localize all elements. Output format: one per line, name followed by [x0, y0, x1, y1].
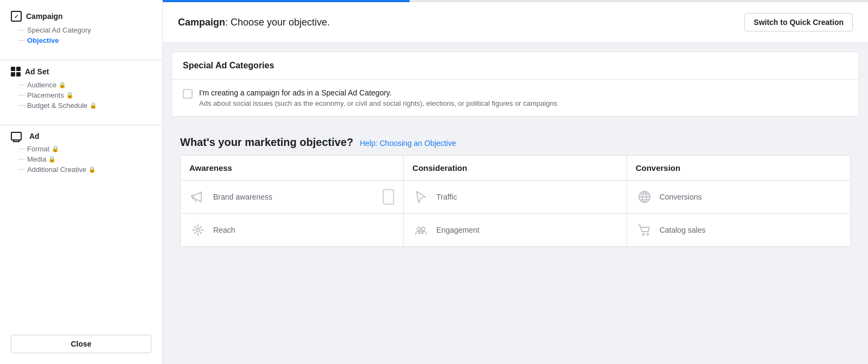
sidebar-item-label: Audience — [27, 81, 56, 89]
sidebar-adset-group: Ad Set — [11, 67, 151, 76]
sidebar-adset-section: Ad Set Audience 🔒 Placements 🔒 Budget & … — [0, 67, 162, 118]
svg-point-15 — [647, 234, 648, 235]
lock-icon: 🔒 — [52, 145, 59, 152]
sidebar-item-label: Placements — [27, 91, 64, 99]
svg-point-11 — [422, 227, 425, 231]
main-content: Campaign: Choose your objective. Switch … — [163, 0, 868, 364]
campaign-header: Campaign: Choose your objective. Switch … — [163, 2, 868, 43]
svg-point-10 — [417, 227, 420, 231]
page-title-rest: : Choose your objective. — [225, 17, 330, 28]
adset-icon — [11, 67, 21, 76]
svg-point-14 — [642, 234, 644, 235]
special-ad-categories-body: I'm creating a campaign for ads in a Spe… — [172, 80, 859, 116]
lock-icon: 🔒 — [59, 81, 66, 88]
objective-grid: Awareness Brand awareness — [180, 155, 851, 247]
special-ad-text: I'm creating a campaign for ads in a Spe… — [199, 88, 557, 107]
cursor-icon — [412, 188, 430, 206]
objective-item-brand-awareness[interactable]: Brand awareness — [181, 181, 403, 214]
objective-col-awareness: Awareness Brand awareness — [181, 156, 404, 246]
svg-line-6 — [195, 227, 196, 228]
conversion-header: Conversion — [627, 156, 850, 181]
lock-icon: 🔒 — [66, 92, 74, 99]
sidebar-adset-label: Ad Set — [25, 67, 49, 76]
sidebar-campaign-label: Campaign — [26, 12, 63, 21]
cart-icon — [636, 221, 653, 239]
special-ad-categories-title: Special Ad Categories — [183, 61, 274, 70]
objective-item-engagement[interactable]: Engagement — [404, 214, 626, 246]
awareness-header: Awareness — [181, 156, 403, 181]
sidebar: ✓ Campaign Special Ad Category Objective… — [0, 0, 163, 364]
sidebar-item-special-ad-category[interactable]: Special Ad Category — [11, 26, 151, 34]
objective-question: What's your marketing objective? — [180, 136, 353, 148]
tree-line — [18, 40, 25, 41]
objective-item-catalog-sales[interactable]: Catalog sales — [627, 214, 850, 246]
lock-icon: 🔒 — [48, 156, 56, 163]
reach-label: Reach — [213, 226, 235, 234]
help-link[interactable]: Help: Choosing an Objective — [360, 139, 456, 148]
sidebar-item-audience[interactable]: Audience 🔒 — [11, 81, 151, 89]
tree-line — [18, 30, 25, 30]
ad-icon — [11, 132, 22, 141]
svg-line-7 — [200, 232, 202, 234]
sidebar-divider-2 — [0, 125, 162, 125]
checkbox-sub-text: Ads about social issues (such as the eco… — [199, 99, 557, 107]
consideration-header: Consideration — [404, 156, 626, 181]
phone-outline-icon — [382, 189, 394, 205]
lock-icon: 🔒 — [88, 166, 96, 173]
page-title-bold: Campaign — [178, 17, 225, 28]
objective-col-consideration: Consideration Traffic — [404, 156, 627, 246]
objective-section: What's your marketing objective? Help: C… — [171, 125, 859, 251]
sidebar-campaign-group: ✓ Campaign — [11, 11, 151, 22]
tree-line — [18, 149, 25, 149]
objective-item-reach[interactable]: Reach — [181, 214, 403, 246]
sidebar-item-label: Budget & Schedule — [27, 101, 87, 110]
content-area: Special Ad Categories I'm creating a cam… — [163, 43, 868, 260]
sidebar-item-additional-creative[interactable]: Additional Creative 🔒 — [11, 165, 151, 174]
engagement-label: Engagement — [436, 226, 479, 234]
sidebar-item-label: Format — [27, 145, 49, 153]
svg-point-1 — [196, 228, 200, 232]
sidebar-divider-1 — [0, 60, 162, 60]
tree-line — [18, 95, 25, 95]
sidebar-item-media[interactable]: Media 🔒 — [11, 155, 151, 163]
switch-to-quick-creation-button[interactable]: Switch to Quick Creation — [744, 13, 853, 31]
tree-line — [18, 159, 25, 159]
sidebar-item-label: Special Ad Category — [27, 26, 91, 34]
sidebar-campaign-section: ✓ Campaign Special Ad Category Objective — [0, 11, 162, 53]
catalog-sales-label: Catalog sales — [660, 226, 706, 234]
sidebar-item-label: Media — [27, 155, 46, 163]
tree-line — [18, 169, 25, 170]
special-ad-categories-header: Special Ad Categories — [172, 52, 859, 80]
megaphone-icon — [189, 188, 207, 206]
brand-awareness-label: Brand awareness — [213, 193, 272, 201]
objective-col-conversion: Conversion Conversions — [627, 156, 850, 246]
svg-rect-0 — [384, 190, 394, 205]
objective-item-traffic[interactable]: Traffic — [404, 181, 626, 214]
checkbox-main-text: I'm creating a campaign for ads in a Spe… — [199, 88, 557, 97]
tree-line — [18, 85, 25, 85]
svg-line-9 — [195, 232, 196, 234]
special-ad-categories-card: Special Ad Categories I'm creating a cam… — [171, 52, 859, 117]
sidebar-item-budget-schedule[interactable]: Budget & Schedule 🔒 — [11, 101, 151, 110]
sidebar-ad-label: Ad — [29, 132, 40, 141]
sidebar-item-format[interactable]: Format 🔒 — [11, 145, 151, 153]
engagement-icon — [412, 221, 430, 239]
campaign-icon: ✓ — [11, 11, 22, 22]
reach-icon — [189, 221, 207, 239]
close-button[interactable]: Close — [11, 335, 151, 353]
lock-icon: 🔒 — [90, 102, 97, 109]
sidebar-ad-group: Ad — [11, 132, 151, 141]
special-ad-checkbox-row: I'm creating a campaign for ads in a Spe… — [183, 88, 848, 107]
sidebar-item-label: Objective — [27, 36, 59, 44]
close-button-wrapper: Close — [0, 326, 162, 353]
page-title: Campaign: Choose your objective. — [178, 17, 330, 28]
sidebar-item-objective[interactable]: Objective — [11, 36, 151, 44]
tree-line — [18, 105, 25, 106]
special-ad-checkbox[interactable] — [183, 89, 193, 99]
sidebar-item-label: Additional Creative — [27, 165, 86, 174]
sidebar-item-placements[interactable]: Placements 🔒 — [11, 91, 151, 99]
svg-line-8 — [200, 227, 202, 228]
conversions-label: Conversions — [660, 193, 702, 201]
globe-icon — [636, 188, 653, 206]
objective-item-conversions[interactable]: Conversions — [627, 181, 850, 214]
